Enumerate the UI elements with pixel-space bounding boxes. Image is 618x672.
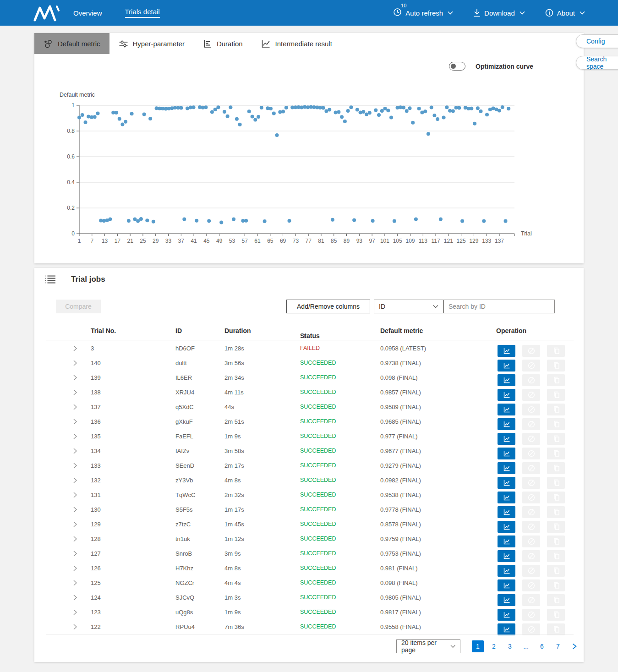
download-menu[interactable]: Download bbox=[473, 9, 525, 17]
add-remove-columns-button[interactable]: Add/Remove columns bbox=[286, 300, 370, 313]
search-space-button[interactable]: Search space bbox=[576, 56, 618, 70]
expand-row-icon[interactable] bbox=[73, 463, 77, 470]
scatter-point[interactable] bbox=[182, 218, 186, 221]
scatter-point[interactable] bbox=[371, 219, 375, 223]
scatter-point[interactable] bbox=[340, 115, 344, 119]
scatter-point[interactable] bbox=[290, 106, 294, 109]
scatter-point[interactable] bbox=[257, 115, 260, 119]
scatter-point[interactable] bbox=[167, 107, 171, 110]
scatter-point[interactable] bbox=[324, 109, 328, 113]
scatter-point[interactable] bbox=[492, 106, 495, 110]
expand-row-icon[interactable] bbox=[73, 477, 77, 485]
scatter-point[interactable] bbox=[470, 107, 473, 110]
scatter-point[interactable] bbox=[297, 105, 301, 109]
scatter-point[interactable] bbox=[445, 105, 448, 109]
default-metric-chart[interactable]: 10.80.60.40.2017131721252933374145495357… bbox=[34, 33, 584, 263]
scatter-point[interactable] bbox=[414, 218, 418, 221]
search-field-dropdown[interactable]: ID bbox=[374, 300, 443, 313]
scatter-point[interactable] bbox=[439, 218, 443, 221]
scatter-point[interactable] bbox=[108, 218, 112, 221]
scatter-point[interactable] bbox=[498, 109, 501, 113]
scatter-point[interactable] bbox=[288, 219, 291, 223]
scatter-point[interactable] bbox=[374, 108, 377, 112]
scatter-point[interactable] bbox=[460, 219, 464, 223]
scatter-point[interactable] bbox=[219, 220, 223, 224]
scatter-point[interactable] bbox=[120, 122, 124, 126]
nav-trials-detail[interactable]: Trials detail bbox=[125, 8, 160, 18]
column-header-duration[interactable]: Duration bbox=[224, 327, 251, 334]
scatter-point[interactable] bbox=[260, 106, 263, 109]
scatter-point[interactable] bbox=[464, 106, 467, 109]
expand-row-icon[interactable] bbox=[73, 404, 77, 411]
scatter-point[interactable] bbox=[427, 132, 430, 136]
scatter-point[interactable] bbox=[192, 105, 196, 109]
scatter-point[interactable] bbox=[142, 113, 146, 116]
scatter-point[interactable] bbox=[408, 106, 412, 110]
page-button-2[interactable]: 2 bbox=[488, 640, 500, 652]
scatter-point[interactable] bbox=[300, 106, 304, 109]
scatter-point[interactable] bbox=[318, 106, 322, 109]
scatter-point[interactable] bbox=[247, 109, 251, 113]
scatter-point[interactable] bbox=[448, 109, 452, 113]
scatter-point[interactable] bbox=[213, 108, 217, 111]
auto-refresh-menu[interactable]: 10 Auto refresh bbox=[393, 8, 453, 18]
scatter-point[interactable] bbox=[420, 110, 424, 114]
scatter-point[interactable] bbox=[436, 117, 439, 121]
scatter-point[interactable] bbox=[380, 109, 384, 113]
scatter-point[interactable] bbox=[189, 106, 192, 109]
scatter-point[interactable] bbox=[251, 115, 254, 118]
scatter-point[interactable] bbox=[81, 113, 84, 117]
scatter-point[interactable] bbox=[337, 110, 340, 114]
expand-row-icon[interactable] bbox=[73, 624, 77, 631]
scatter-point[interactable] bbox=[411, 121, 415, 125]
column-header-trial-no[interactable]: Trial No. bbox=[91, 327, 116, 334]
scatter-point[interactable] bbox=[210, 110, 214, 114]
scatter-point[interactable] bbox=[432, 114, 436, 117]
scatter-point[interactable] bbox=[253, 118, 257, 121]
scatter-point[interactable] bbox=[322, 106, 325, 110]
scatter-point[interactable] bbox=[223, 110, 226, 114]
scatter-point[interactable] bbox=[457, 106, 461, 110]
expand-row-icon[interactable] bbox=[73, 536, 77, 543]
page-button-1[interactable]: 1 bbox=[472, 640, 484, 652]
scatter-point[interactable] bbox=[451, 109, 455, 113]
scatter-point[interactable] bbox=[204, 105, 208, 109]
scatter-point[interactable] bbox=[507, 107, 510, 110]
scatter-point[interactable] bbox=[417, 107, 421, 110]
scatter-point[interactable] bbox=[368, 111, 372, 115]
column-header-id[interactable]: ID bbox=[175, 327, 182, 334]
scatter-point[interactable] bbox=[102, 219, 106, 223]
scatter-point[interactable] bbox=[115, 111, 118, 115]
scatter-point[interactable] bbox=[501, 105, 504, 109]
scatter-point[interactable] bbox=[180, 106, 183, 110]
scatter-point[interactable] bbox=[118, 117, 121, 120]
scatter-point[interactable] bbox=[148, 117, 152, 120]
scatter-point[interactable] bbox=[476, 106, 480, 110]
compare-button[interactable]: Compare bbox=[56, 300, 101, 313]
expand-row-icon[interactable] bbox=[73, 565, 77, 573]
expand-row-icon[interactable] bbox=[73, 595, 77, 602]
expand-row-icon[interactable] bbox=[73, 551, 77, 558]
scatter-point[interactable] bbox=[170, 106, 174, 110]
scatter-point[interactable] bbox=[405, 109, 409, 113]
scatter-point[interactable] bbox=[377, 113, 381, 117]
expand-row-icon[interactable] bbox=[73, 345, 77, 353]
scatter-point[interactable] bbox=[328, 108, 331, 112]
items-per-page-dropdown[interactable]: 20 items per page bbox=[396, 639, 460, 653]
scatter-point[interactable] bbox=[361, 110, 365, 114]
scatter-point[interactable] bbox=[152, 220, 155, 224]
next-page-icon[interactable] bbox=[572, 643, 577, 650]
scatter-point[interactable] bbox=[229, 105, 232, 109]
scatter-point[interactable] bbox=[349, 105, 353, 109]
page-button-7[interactable]: 7 bbox=[552, 640, 564, 652]
scatter-point[interactable] bbox=[186, 106, 189, 110]
scatter-point[interactable] bbox=[284, 106, 288, 109]
scatter-point[interactable] bbox=[124, 120, 127, 124]
scatter-point[interactable] bbox=[96, 111, 100, 115]
scatter-point[interactable] bbox=[158, 107, 161, 110]
expand-row-icon[interactable] bbox=[73, 580, 77, 587]
expand-row-icon[interactable] bbox=[73, 360, 77, 367]
config-button[interactable]: Config bbox=[576, 34, 618, 48]
scatter-point[interactable] bbox=[386, 109, 390, 112]
scatter-point[interactable] bbox=[278, 110, 282, 114]
